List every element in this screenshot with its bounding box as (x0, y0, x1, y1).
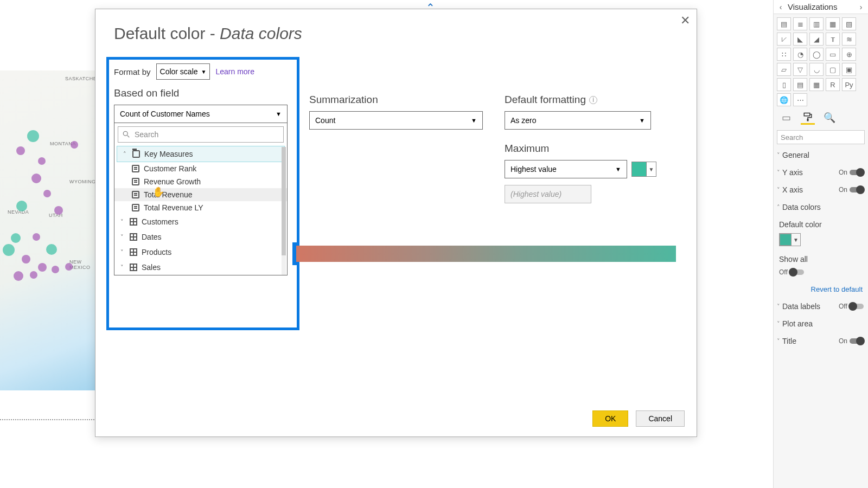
viz-matrix-icon[interactable]: ▦ (809, 78, 824, 91)
viz-clustered-column-icon[interactable]: ▦ (826, 17, 840, 30)
collapse-left-icon[interactable]: ‹ (776, 3, 786, 11)
close-icon[interactable]: ✕ (680, 14, 690, 28)
chevron-down-icon: ˅ (777, 152, 780, 159)
search-placeholder: Search (781, 133, 803, 142)
state-label: WYOMING (69, 179, 96, 184)
field-group-sales[interactable]: ˅ Sales (114, 260, 287, 275)
default-color-picker[interactable]: ▼ (779, 233, 801, 246)
caret-down-icon: ▼ (276, 111, 282, 117)
field-group-dates[interactable]: ˅ Dates (114, 229, 287, 245)
show-all-toggle-row: Off (774, 268, 868, 281)
viz-combo-icon[interactable]: ⫪ (826, 33, 840, 46)
format-title[interactable]: ˅ Title On (774, 332, 868, 350)
viz-area-icon[interactable]: ◣ (793, 33, 807, 46)
viz-map-icon[interactable]: ⊕ (842, 48, 856, 61)
gradient-preview (296, 246, 676, 262)
info-icon[interactable]: i (589, 96, 597, 104)
cancel-button[interactable]: Cancel (636, 410, 685, 427)
chevron-down-icon: ˅ (777, 187, 780, 194)
format-search-input[interactable]: Search (777, 130, 865, 144)
pane-title: Visualizations (786, 2, 856, 11)
viz-treemap-icon[interactable]: ▭ (826, 48, 840, 61)
default-formatting-select[interactable]: As zero ▼ (505, 111, 651, 130)
chevron-down-icon: ˅ (777, 320, 780, 328)
summarization-select[interactable]: Count ▼ (309, 111, 483, 130)
scrollbar-thumb[interactable] (282, 147, 286, 255)
default-color-swatch-row: ▼ (774, 233, 868, 251)
title-prefix: Default color - (114, 24, 220, 42)
state-label: NEW MEXICO (69, 259, 97, 270)
collapse-right-icon[interactable]: › (856, 3, 866, 11)
format-by-select[interactable]: Color scale ▼ (156, 63, 210, 80)
field-total-revenue-ly[interactable]: Total Revenue LY (114, 201, 287, 214)
viz-filled-map-icon[interactable]: ▱ (777, 63, 791, 76)
toggle-off[interactable]: Off (779, 268, 804, 277)
field-label: Customer Rank (144, 164, 196, 173)
field-total-revenue[interactable]: Total Revenue ✋ (114, 188, 287, 201)
format-data-labels[interactable]: ˅ Data labels Off (774, 298, 868, 315)
toggle-off[interactable]: Off (839, 302, 864, 311)
viz-kpi-icon[interactable]: ▣ (842, 63, 856, 76)
revert-to-default-link[interactable]: Revert to default (774, 281, 868, 298)
divider (0, 419, 97, 420)
field-group-customers[interactable]: ˅ Customers (114, 214, 287, 229)
format-y-axis[interactable]: ˅ Y axis On (774, 164, 868, 181)
maximum-label: Maximum (505, 143, 656, 155)
viz-r-icon[interactable]: R (826, 78, 840, 91)
viz-globe-icon[interactable]: 🌐 (777, 93, 791, 106)
chevron-down-icon: ˅ (119, 264, 125, 271)
format-tab[interactable] (801, 111, 815, 125)
viz-stacked-bar-icon[interactable]: ▤ (777, 17, 791, 30)
viz-slicer-icon[interactable]: ▯ (777, 78, 791, 91)
data-colors-dialog: ✕ Default color - Data colors Format by … (95, 9, 697, 437)
viz-card-icon[interactable]: ▢ (826, 63, 840, 76)
toggle-on[interactable]: On (839, 168, 864, 177)
viz-stacked-column-icon[interactable]: ▥ (809, 17, 824, 30)
chevron-down-icon: ˅ (777, 303, 780, 310)
scrollbar[interactable] (282, 147, 286, 275)
fields-tab[interactable]: ▭ (779, 111, 793, 125)
format-x-axis[interactable]: ˅ X axis On (774, 181, 868, 198)
learn-more-link[interactable]: Learn more (215, 67, 254, 76)
summarization-label: Summarization (309, 94, 489, 106)
format-general[interactable]: ˅ General (774, 146, 868, 164)
maximum-color-picker[interactable]: ▼ (631, 162, 656, 177)
field-group-products[interactable]: ˅ Products (114, 245, 287, 260)
field-customer-rank[interactable]: Customer Rank (114, 162, 287, 175)
viz-ribbon-icon[interactable]: ≋ (842, 33, 856, 46)
format-plot-area[interactable]: ˅ Plot area (774, 315, 868, 332)
viz-more-icon[interactable]: ⋯ (793, 93, 807, 106)
caret-down-icon: ▼ (201, 69, 207, 75)
toggle-on[interactable]: On (839, 185, 864, 194)
viz-table-icon[interactable]: ▤ (793, 78, 807, 91)
format-by-label: Format by (114, 67, 151, 76)
chevron-down-icon: ˅ (777, 169, 780, 176)
group-label: Key Measures (144, 150, 193, 158)
field-revenue-growth[interactable]: Revenue Growth (114, 175, 287, 188)
viz-gauge-icon[interactable]: ◡ (809, 63, 824, 76)
ok-button[interactable]: OK (592, 410, 628, 427)
viz-python-icon[interactable]: Py (842, 78, 856, 91)
analytics-tab[interactable]: 🔍 (822, 111, 837, 125)
viz-pie-icon[interactable]: ◔ (793, 48, 807, 61)
field-search-input[interactable]: Search (118, 126, 284, 143)
based-on-field-value: Count of Customer Names (120, 110, 210, 118)
viz-donut-icon[interactable]: ◯ (809, 48, 824, 61)
viz-line-icon[interactable]: ⩗ (777, 33, 791, 46)
caret-down-icon: ▼ (646, 162, 656, 176)
measure-icon (132, 204, 139, 211)
maximum-select[interactable]: Highest value ▼ (505, 160, 627, 178)
viz-funnel-icon[interactable]: ▽ (793, 63, 807, 76)
default-formatting-value: As zero (510, 116, 536, 125)
viz-scatter-icon[interactable]: ∷ (777, 48, 791, 61)
chevron-down-icon: ˅ (119, 234, 125, 241)
table-icon (130, 264, 137, 271)
viz-clustered-bar-icon[interactable]: ≣ (793, 17, 807, 30)
viz-stacked-area-icon[interactable]: ◢ (809, 33, 824, 46)
field-group-key-measures[interactable]: ˄ Key Measures (117, 146, 285, 162)
format-data-colors[interactable]: ˄ Data colors (774, 198, 868, 216)
based-on-field-select[interactable]: Count of Customer Names ▼ (114, 105, 288, 123)
toggle-on[interactable]: On (839, 337, 864, 345)
viz-100-column-icon[interactable]: ▧ (842, 17, 856, 30)
color-swatch (632, 162, 646, 176)
